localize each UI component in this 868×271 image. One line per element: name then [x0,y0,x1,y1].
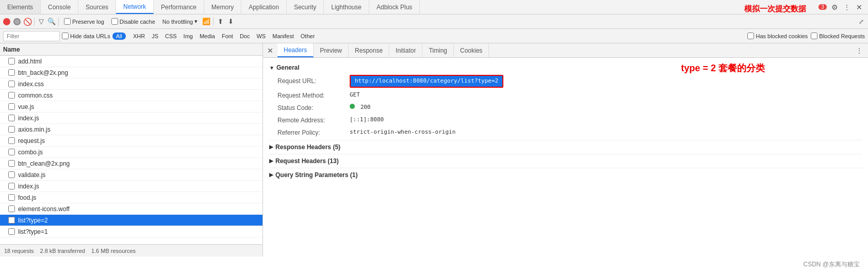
remote-address-row: Remote Address: [::1]:8080 [269,114,862,126]
file-item-index-js-1[interactable]: index.js [0,113,263,124]
filter-img[interactable]: Img [181,32,196,40]
file-item-index-css[interactable]: index.css [0,78,263,90]
filter-types: XHR JS CSS Img Media Font Doc WS Manifes… [130,32,318,40]
request-method-row: Request Method: GET [269,89,862,102]
filter-manifest[interactable]: Manifest [269,32,297,40]
detail-tab-preview[interactable]: Preview [314,43,349,57]
file-list-body[interactable]: add.html btn_back@2x.png index.css commo… [0,56,263,244]
detail-tab-response[interactable]: Response [349,43,389,57]
file-item-add-html[interactable]: add.html [0,56,263,67]
blocked-requests-label[interactable]: Blocked Requests [811,33,865,39]
file-item-request-js[interactable]: request.js [0,135,263,147]
disable-cache-checkbox[interactable] [111,18,118,25]
hide-data-urls-label[interactable]: Hide data URLs [62,33,110,39]
status-code-value: 200 [350,103,371,112]
stop-record-button[interactable] [12,17,22,26]
filter-all-button[interactable]: All [112,33,126,40]
file-list-header: Name [0,43,263,56]
tab-console[interactable]: Console [41,0,78,14]
filter-other[interactable]: Other [298,32,318,40]
file-item-element-icons-woff[interactable]: element-icons.woff [0,203,263,215]
tab-security[interactable]: Security [287,0,324,14]
file-item-btn-clean[interactable]: btn_clean@2x.png [0,158,263,169]
tab-application[interactable]: Application [241,0,287,14]
download-icon[interactable]: ⬇ [226,17,235,26]
sep1 [34,18,35,26]
tab-network[interactable]: Network [116,0,154,14]
filter-js[interactable]: JS [149,32,161,40]
filter-xhr[interactable]: XHR [130,32,148,40]
detail-tab-initiator[interactable]: Initiator [389,43,422,57]
request-url-value: http://localhost:8080/category/list?type… [350,75,503,88]
tab-elements[interactable]: Elements [0,0,41,14]
tab-performance[interactable]: Performance [154,0,204,14]
clear-button[interactable]: 🚫 [23,17,32,26]
blocked-requests-checkbox[interactable] [811,33,817,39]
badge: 3 [818,4,827,10]
throttle-dropdown[interactable]: No throttling ▾ [159,17,201,26]
filter-ws[interactable]: WS [253,32,269,40]
request-headers-label: Request Headers (13) [275,157,339,165]
has-blocked-cookies-label[interactable]: Has blocked cookies [747,33,808,39]
close-devtools-icon[interactable]: ✕ [855,3,864,12]
has-blocked-cookies-text: Has blocked cookies [756,33,808,39]
general-section: ▼ General Request URL: http://localhost:… [269,62,862,139]
file-item-combo-js[interactable]: combo.js [0,147,263,158]
filter-font[interactable]: Font [219,32,236,40]
devtools-window: Elements Console Sources Network Perform… [0,0,868,271]
file-item-list-type-1[interactable]: list?type=1 [0,226,263,237]
file-item-btn-back[interactable]: btn_back@2x.png [0,67,263,78]
referrer-policy-row: Referrer Policy: strict-origin-when-cros… [269,126,862,139]
file-item-index-js-2[interactable]: index.js [0,181,263,192]
filter-doc[interactable]: Doc [237,32,253,40]
file-list-footer: 18 requests 2.8 kB transferred 1.6 MB re… [0,244,263,257]
filter-css[interactable]: CSS [162,32,180,40]
request-url-label: Request URL: [277,76,350,86]
filter-icon[interactable]: ▽ [37,17,46,26]
detail-body: ▼ General Request URL: http://localhost:… [263,58,868,257]
vertical-dots-icon[interactable]: ⋮ [842,3,851,12]
detail-tab-timing[interactable]: Timing [422,43,454,57]
preserve-log-checkbox-label[interactable]: Preserve log [61,17,107,26]
file-item-list-type-2[interactable]: list?type=2 [0,215,263,226]
search-icon[interactable]: 🔍 [47,17,56,26]
disable-cache-label: Disable cache [120,19,155,25]
detail-panel-expand-icon[interactable]: ⋮ [855,46,864,55]
has-blocked-cookies-checkbox[interactable] [747,33,754,39]
request-url-row: Request URL: http://localhost:8080/categ… [269,73,862,89]
query-string-arrow-icon: ▶ [269,172,273,178]
top-tab-bar: Elements Console Sources Network Perform… [0,0,868,14]
csdn-footer: CSDN @东离与糖宝 [803,260,860,269]
hide-data-urls-text: Hide data URLs [70,33,110,39]
expand-icon[interactable]: ⤢ [857,17,866,26]
record-button[interactable] [2,17,11,26]
upload-icon[interactable]: ⬆ [216,17,225,26]
wifi-icon[interactable]: 📶 [202,17,211,26]
remote-address-label: Remote Address: [277,116,350,125]
file-item-vue-js[interactable]: vue.js [0,101,263,113]
referrer-policy-value: strict-origin-when-cross-origin [350,128,455,137]
detail-close-button[interactable]: ✕ [263,43,277,57]
general-section-header[interactable]: ▼ General [269,62,862,73]
hide-data-urls-checkbox[interactable] [62,33,69,39]
file-item-axios-min-js[interactable]: axios.min.js [0,124,263,135]
request-headers-header[interactable]: ▶ Request Headers (13) [269,155,862,167]
tab-adblock[interactable]: Adblock Plus [369,0,420,14]
request-method-value: GET [350,91,360,100]
transferred-size: 2.8 kB transferred [40,248,85,254]
filter-input[interactable] [3,31,60,41]
settings-icon[interactable]: ⚙ [830,3,839,12]
detail-tab-headers[interactable]: Headers [277,43,314,57]
query-string-header[interactable]: ▶ Query String Parameters (1) [269,169,862,181]
disable-cache-checkbox-label[interactable]: Disable cache [108,17,158,26]
filter-media[interactable]: Media [196,32,218,40]
preserve-log-checkbox[interactable] [64,18,71,25]
detail-tab-cookies[interactable]: Cookies [454,43,489,57]
file-item-food-js[interactable]: food.js [0,192,263,203]
file-item-common-css[interactable]: common.css [0,90,263,101]
tab-lighthouse[interactable]: Lighthouse [324,0,369,14]
file-item-validate-js[interactable]: validate.js [0,169,263,181]
response-headers-header[interactable]: ▶ Response Headers (5) [269,141,862,153]
tab-sources[interactable]: Sources [78,0,116,14]
tab-memory[interactable]: Memory [204,0,241,14]
